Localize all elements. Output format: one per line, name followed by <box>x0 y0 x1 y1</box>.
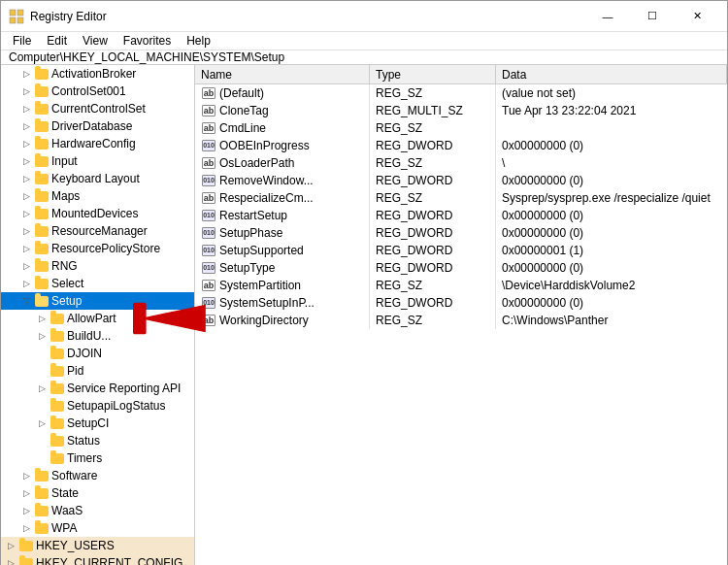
detail-row[interactable]: ab OsLoaderPath REG_SZ \ <box>195 154 727 172</box>
tree-item-activationbroker[interactable]: ▷ ActivationBroker <box>1 65 194 83</box>
tree-item-hkey-users[interactable]: ▷ HKEY_USERS <box>1 537 194 554</box>
detail-row[interactable]: 010 OOBEInProgress REG_DWORD 0x00000000 … <box>195 137 727 154</box>
tree-item-software[interactable]: ▷ Software <box>1 467 194 484</box>
detail-header: Name Type Data <box>195 65 727 84</box>
expand-icon <box>34 449 50 467</box>
cell-type: REG_SZ <box>370 312 496 329</box>
maximize-button[interactable]: ☐ <box>630 1 675 32</box>
detail-row[interactable]: 010 RestartSetup REG_DWORD 0x00000000 (0… <box>195 207 727 224</box>
detail-row[interactable]: 010 SetupPhase REG_DWORD 0x00000000 (0) <box>195 224 727 242</box>
folder-icon <box>50 450 65 466</box>
detail-row[interactable]: ab CmdLine REG_SZ <box>195 119 727 137</box>
menu-edit[interactable]: Edit <box>39 32 75 50</box>
window-body: ▷ ActivationBroker ▷ ControlSet001 ▷ Cur… <box>1 65 727 565</box>
detail-row[interactable]: ab (Default) REG_SZ (value not set) <box>195 84 727 102</box>
tree-item-setupci[interactable]: ▷ SetupCI <box>1 415 194 432</box>
detail-row[interactable]: 010 SetupSupported REG_DWORD 0x00000001 … <box>195 242 727 259</box>
tree-item-pid[interactable]: Pid <box>1 362 194 380</box>
tree-item-djoin[interactable]: DJOIN <box>1 345 194 362</box>
expand-icon: ▷ <box>18 152 34 170</box>
tree-label: ControlSet001 <box>51 84 126 98</box>
tree-item-allowpart[interactable]: ▷ AllowPart <box>1 310 194 327</box>
tree-item-wpa[interactable]: ▷ WPA <box>1 519 194 537</box>
window-title: Registry Editor <box>30 10 107 23</box>
tree-item-controlset001[interactable]: ▷ ControlSet001 <box>1 83 194 100</box>
folder-icon <box>34 153 50 169</box>
tree-item-hkey-current-config[interactable]: ▷ HKEY_CURRENT_CONFIG <box>1 554 194 565</box>
cell-type: REG_MULTI_SZ <box>370 102 496 119</box>
tree-label: Timers <box>67 451 102 465</box>
tree-item-resourcepolicystore[interactable]: ▷ ResourcePolicyStore <box>1 240 194 257</box>
detail-row[interactable]: ab CloneTag REG_MULTI_SZ Tue Apr 13 23:2… <box>195 102 727 119</box>
tree-item-timers[interactable]: Timers <box>1 449 194 467</box>
expand-icon <box>34 397 50 415</box>
tree-item-state[interactable]: ▷ State <box>1 484 194 502</box>
folder-icon <box>34 276 50 291</box>
menu-help[interactable]: Help <box>179 32 218 50</box>
folder-icon <box>34 258 50 274</box>
expand-icon: ▷ <box>34 310 50 327</box>
minimize-button[interactable]: — <box>585 1 630 32</box>
svg-rect-3 <box>17 17 23 23</box>
tree-item-servicereportingapi[interactable]: ▷ Service Reporting API <box>1 380 194 397</box>
cell-data: 0x00000000 (0) <box>496 294 727 312</box>
detail-row[interactable]: 010 SetupType REG_DWORD 0x00000000 (0) <box>195 259 727 277</box>
expand-icon: ▷ <box>18 83 34 100</box>
tree-item-select[interactable]: ▷ Select <box>1 275 194 292</box>
address-path: Computer\HKEY_LOCAL_MACHINE\SYSTEM\Setup <box>9 50 284 64</box>
tree-item-currentcontrolset[interactable]: ▷ CurrentControlSet <box>1 100 194 117</box>
tree-panel[interactable]: ▷ ActivationBroker ▷ ControlSet001 ▷ Cur… <box>1 65 195 565</box>
tree-item-input[interactable]: ▷ Input <box>1 152 194 170</box>
tree-item-maps[interactable]: ▷ Maps <box>1 187 194 205</box>
tree-item-keyboardlayout[interactable]: ▷ Keyboard Layout <box>1 170 194 187</box>
tree-label: HKEY_CURRENT_CONFIG <box>36 556 182 565</box>
cell-type: REG_SZ <box>370 84 496 102</box>
tree-item-status[interactable]: Status <box>1 432 194 449</box>
expand-icon: ▷ <box>18 275 34 292</box>
tree-item-setup[interactable]: ▽ Setup <box>1 292 194 310</box>
cell-type: REG_DWORD <box>370 137 496 154</box>
tree-label: ResourcePolicyStore <box>51 242 160 255</box>
title-bar: Registry Editor — ☐ ✕ <box>1 1 727 32</box>
tree-item-waas[interactable]: ▷ WaaS <box>1 502 194 519</box>
cell-name: ab RespecializeCm... <box>195 189 370 207</box>
tree-item-rng[interactable]: ▷ RNG <box>1 257 194 275</box>
folder-icon <box>34 188 50 204</box>
tree-label: Select <box>51 277 83 290</box>
cell-type: REG_SZ <box>370 119 496 137</box>
tree-item-hardwareconfig[interactable]: ▷ HardwareConfig <box>1 135 194 152</box>
cell-type: REG_DWORD <box>370 294 496 312</box>
expand-icon: ▷ <box>18 519 34 537</box>
folder-icon <box>34 206 50 221</box>
close-button[interactable]: ✕ <box>675 1 719 32</box>
tree-item-driverdatabase[interactable]: ▷ DriverDatabase <box>1 117 194 135</box>
expand-icon: ▷ <box>18 222 34 240</box>
detail-row[interactable]: 010 SystemSetupInP... REG_DWORD 0x000000… <box>195 294 727 312</box>
folder-icon <box>50 363 65 379</box>
menu-view[interactable]: View <box>75 32 116 50</box>
tree-item-buildu[interactable]: ▷ BuildU... <box>1 327 194 345</box>
tree-item-setupapilogstatus[interactable]: SetupapiLogStatus <box>1 397 194 415</box>
detail-row[interactable]: ab RespecializeCm... REG_SZ Sysprep/sysp… <box>195 189 727 207</box>
folder-icon <box>34 241 50 256</box>
folder-icon <box>50 328 65 344</box>
detail-row[interactable]: ab WorkingDirectory REG_SZ C:\Windows\Pa… <box>195 312 727 329</box>
detail-row[interactable]: 010 RemoveWindow... REG_DWORD 0x00000000… <box>195 172 727 189</box>
expand-icon: ▷ <box>18 135 34 152</box>
cell-data: 0x00000000 (0) <box>496 259 727 277</box>
tree-item-resourcemanager[interactable]: ▷ ResourceManager <box>1 222 194 240</box>
menu-favorites[interactable]: Favorites <box>116 32 179 50</box>
expand-icon: ▷ <box>18 187 34 205</box>
detail-row[interactable]: ab SystemPartition REG_SZ \Device\Harddi… <box>195 277 727 294</box>
svg-rect-2 <box>10 17 16 23</box>
tree-label: State <box>51 486 79 500</box>
tree-item-mounteddevices[interactable]: ▷ MountedDevices <box>1 205 194 222</box>
menu-file[interactable]: File <box>5 32 39 50</box>
svg-rect-0 <box>10 10 16 16</box>
expand-icon: ▷ <box>18 117 34 135</box>
cell-data: Tue Apr 13 23:22:04 2021 <box>496 102 727 119</box>
expand-icon <box>34 432 50 449</box>
cell-type: REG_DWORD <box>370 259 496 277</box>
registry-editor-window: Registry Editor — ☐ ✕ File Edit View Fav… <box>0 0 728 565</box>
folder-icon <box>50 311 65 326</box>
